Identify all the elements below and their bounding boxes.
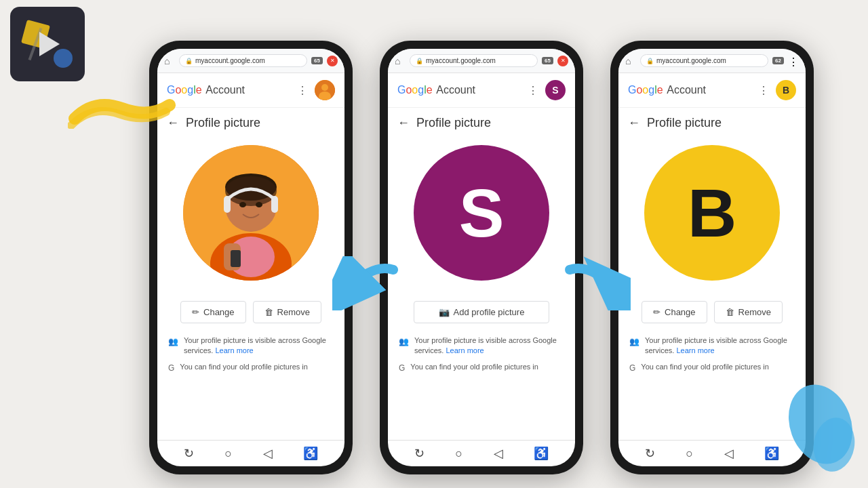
menu-right[interactable]: ⋮ (788, 56, 799, 66)
google-header-middle: Google Account ⋮ S (388, 73, 575, 108)
refresh-icon-right[interactable]: ↻ (645, 446, 655, 461)
app-logo (10, 7, 85, 81)
home-nav-icon-middle[interactable]: ○ (455, 447, 462, 461)
phone-middle: ⌂ 🔒 myaccount.google.com 65 ✕ Google Acc… (380, 41, 583, 474)
back-nav-icon-middle[interactable]: ◁ (494, 446, 503, 461)
info-section-left: 👥 Your profile picture is visible across… (157, 330, 344, 385)
svg-point-14 (256, 202, 262, 207)
profile-image-area-left (157, 138, 344, 294)
learn-more-link-left[interactable]: Learn more (215, 346, 253, 354)
header-right-middle: ⋮ S (528, 80, 566, 100)
remove-button-right[interactable]: 🗑 Remove (714, 301, 783, 323)
google-icon-middle: G (399, 363, 405, 374)
info-row1-right: 👥 Your profile picture is visible across… (629, 336, 795, 357)
remove-button-left[interactable]: 🗑 Remove (253, 301, 321, 323)
browser-bar-right: ⌂ 🔒 myaccount.google.com 62 ⋮ (618, 49, 806, 73)
info-row1-middle: 👥 Your profile picture is visible across… (399, 336, 564, 357)
profile-letter-s: S (459, 179, 505, 247)
page-header-middle: ← Profile picture (388, 108, 575, 138)
accessibility-icon-right[interactable]: ♿ (764, 446, 779, 461)
svg-point-13 (239, 202, 246, 207)
tab-count-left: 65 (311, 57, 323, 64)
bottom-nav-middle: ↻ ○ ◁ ♿ (388, 440, 575, 466)
close-tab-middle[interactable]: ✕ (557, 56, 568, 66)
browser-bar-left: ⌂ 🔒 myaccount.google.com 65 ✕ (157, 49, 344, 73)
profile-letter-b: B (688, 179, 736, 247)
google-logo-middle: Google Account (397, 84, 475, 96)
browser-bar-middle: ⌂ 🔒 myaccount.google.com 65 ✕ (388, 49, 575, 73)
lock-icon-middle: 🔒 (416, 58, 423, 64)
lock-icon-right: 🔒 (646, 58, 654, 64)
svg-point-10 (225, 176, 277, 206)
back-arrow-middle[interactable]: ← (397, 116, 410, 130)
header-menu-left[interactable]: ⋮ (297, 84, 308, 97)
accessibility-icon-middle[interactable]: ♿ (534, 446, 549, 461)
info-row2-left: G You can find your old profile pictures… (168, 362, 334, 374)
profile-circle-right: B (644, 145, 780, 281)
bottom-nav-left: ↻ ○ ◁ ♿ (157, 440, 344, 466)
profile-photo-left (183, 145, 319, 281)
person-group-icon-right: 👥 (629, 336, 639, 348)
back-nav-icon-right[interactable]: ◁ (724, 446, 734, 461)
header-right-right: ⋮ B (758, 80, 796, 100)
info-section-right: 👥 Your profile picture is visible across… (618, 330, 806, 385)
profile-page-right: ← Profile picture B ✏ Change 🗑 Remove (618, 108, 806, 466)
camera-icon-middle: 📷 (439, 307, 450, 317)
accessibility-icon-left[interactable]: ♿ (303, 446, 318, 461)
phone-left: ⌂ 🔒 myaccount.google.com 65 ✕ Google Acc… (149, 41, 353, 474)
phones-container: ⌂ 🔒 myaccount.google.com 65 ✕ Google Acc… (95, 27, 868, 488)
action-buttons-right: ✏ Change 🗑 Remove (618, 294, 806, 330)
arrow-left (332, 256, 400, 313)
page-header-right: ← Profile picture (618, 108, 806, 138)
edit-icon-right: ✏ (653, 307, 660, 317)
bottom-nav-right: ↻ ○ ◁ ♿ (618, 440, 806, 466)
change-button-right[interactable]: ✏ Change (642, 301, 707, 323)
info-row2-right: G You can find your old profile pictures… (629, 362, 795, 374)
home-icon-right: ⌂ (625, 56, 636, 66)
back-arrow-right[interactable]: ← (628, 116, 640, 130)
avatar-right[interactable]: B (776, 80, 796, 100)
url-text-left: myaccount.google.com (195, 57, 265, 64)
home-nav-icon-left[interactable]: ○ (224, 447, 232, 461)
change-button-left[interactable]: ✏ Change (180, 301, 246, 323)
learn-more-link-middle[interactable]: Learn more (446, 346, 484, 354)
person-group-icon-middle: 👥 (399, 336, 409, 348)
url-text-middle: myaccount.google.com (426, 57, 496, 64)
header-menu-right[interactable]: ⋮ (758, 84, 769, 97)
close-tab-left[interactable]: ✕ (327, 56, 338, 66)
trash-icon-left: 🗑 (264, 307, 273, 317)
profile-circle-middle: S (414, 145, 549, 281)
back-nav-icon-left[interactable]: ◁ (263, 446, 273, 461)
tab-count-middle: 65 (542, 57, 553, 64)
arrow-right (563, 256, 631, 313)
edit-icon-left: ✏ (192, 307, 199, 317)
avatar-left[interactable] (315, 80, 335, 100)
refresh-icon-left[interactable]: ↻ (184, 446, 194, 461)
avatar-middle[interactable]: S (545, 80, 566, 100)
header-menu-middle[interactable]: ⋮ (528, 84, 538, 97)
add-profile-picture-button[interactable]: 📷 Add profile picture (414, 301, 549, 323)
google-logo-left: Google Account (167, 84, 245, 96)
profile-image-area-right: B (618, 138, 806, 294)
profile-page-left: ← Profile picture (157, 108, 344, 466)
google-icon-left: G (168, 363, 174, 374)
page-title-right: Profile picture (647, 116, 722, 130)
page-title-middle: Profile picture (416, 116, 491, 130)
google-header-right: Google Account ⋮ B (618, 73, 806, 108)
home-icon-middle: ⌂ (395, 56, 406, 66)
url-bar-right[interactable]: 🔒 myaccount.google.com (640, 54, 768, 67)
action-buttons-middle: 📷 Add profile picture (388, 294, 575, 330)
url-text-right: myaccount.google.com (656, 57, 726, 64)
refresh-icon-middle[interactable]: ↻ (414, 446, 425, 461)
tab-count-right: 62 (772, 57, 784, 64)
url-bar-middle[interactable]: 🔒 myaccount.google.com (410, 54, 538, 67)
google-icon-right: G (629, 363, 635, 374)
google-header-left: Google Account ⋮ (157, 73, 344, 108)
svg-rect-16 (231, 250, 241, 267)
info-section-middle: 👥 Your profile picture is visible across… (388, 330, 575, 385)
action-buttons-left: ✏ Change 🗑 Remove (157, 294, 344, 330)
home-nav-icon-right[interactable]: ○ (686, 447, 693, 461)
trash-icon-right: 🗑 (726, 307, 734, 317)
learn-more-link-right[interactable]: Learn more (676, 346, 714, 354)
url-bar-left[interactable]: 🔒 myaccount.google.com (179, 54, 307, 67)
